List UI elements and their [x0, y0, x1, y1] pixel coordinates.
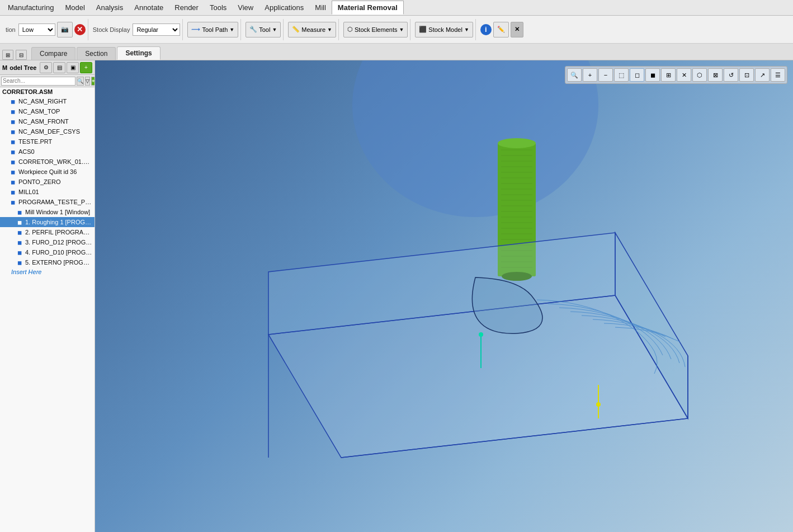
tree-item-label-10: PROGRAMA_TESTE_POS [MIL... — [18, 199, 92, 205]
camera-btn[interactable]: 📷 — [57, 22, 73, 37]
search-btn[interactable]: 🔍 — [77, 77, 84, 86]
tool-arrow: ▼ — [272, 27, 277, 32]
tool-path-btn[interactable]: ⟿ Tool Path ▼ — [187, 22, 238, 37]
panel-icon-1[interactable]: ⊞ — [2, 50, 13, 60]
tree-item-4[interactable]: ◼TESTE.PRT — [0, 136, 95, 147]
vt-zoom-box[interactable]: ⬚ — [614, 68, 629, 82]
tab-settings[interactable]: Settings — [117, 46, 160, 60]
vt-zoom-out[interactable]: − — [598, 68, 613, 82]
edit-btn[interactable]: ✏️ — [493, 22, 509, 37]
tree-item-icon-0: ◼ — [9, 97, 17, 105]
menu-view[interactable]: View — [232, 1, 259, 14]
vt-zoom-fit[interactable]: 🔍 — [567, 68, 582, 82]
scene-svg — [95, 60, 793, 532]
tree-item-0[interactable]: ◼NC_ASM_RIGHT — [0, 96, 95, 106]
tree-item-label-8: PONTO_ZERO — [18, 178, 61, 185]
info-icon[interactable]: i — [480, 24, 492, 35]
search-bar: 🔍 ▽ + — [0, 75, 95, 87]
tree-item-10[interactable]: ◼PROGRAMA_TESTE_POS [MIL... — [0, 197, 95, 207]
tree-item-11[interactable]: ◼Mill Window 1 [Window] — [0, 207, 95, 217]
model-tree-header: M odel Tree ⚙ ▤ ▣ + — [0, 60, 95, 75]
search-input[interactable] — [1, 77, 75, 86]
sphere-top — [352, 60, 598, 217]
stock-model-btn[interactable]: ⬛ Stock Model ▼ — [415, 22, 473, 37]
tree-item-12[interactable]: ◼1. Roughing 1 [PROGRAMA_TE... — [0, 217, 95, 227]
tool-label: Tool — [259, 26, 270, 33]
vt-view-measure[interactable]: ⊡ — [739, 68, 754, 82]
tree-collapse-btn[interactable]: ▣ — [67, 62, 79, 73]
tree-item-icon-15: ◼ — [16, 248, 23, 256]
model-tree-prefix: M — [2, 64, 7, 71]
vt-view-section[interactable]: ⬡ — [692, 68, 707, 82]
tree-item-5[interactable]: ◼ACS0 — [0, 147, 95, 157]
tree-item-label-2: NC_ASM_FRONT — [18, 118, 69, 125]
menu-mill[interactable]: Mill — [309, 1, 332, 14]
resolution-select[interactable]: Low Medium High — [18, 23, 55, 36]
tree-item-15[interactable]: ◼4. FURO_D10 [PROGRAMA_TE... — [0, 247, 95, 257]
tree-item-2[interactable]: ◼NC_ASM_FRONT — [0, 116, 95, 126]
stock-elements-group: ⬡ Stock Elements ▼ — [341, 19, 410, 40]
filter-btn[interactable]: ▽ — [85, 77, 90, 86]
tree-item-16[interactable]: ◼5. EXTERNO [PROGRAMA_TES... — [0, 257, 95, 267]
tree-item-label-9: MILL01 — [18, 189, 39, 195]
search-plus-btn[interactable]: + — [91, 77, 95, 86]
tree-plus-btn[interactable]: + — [80, 62, 92, 73]
vt-view-clip[interactable]: ⊠ — [708, 68, 723, 82]
menu-bar: Manufacturing Model Analysis Annotate Re… — [0, 0, 793, 16]
tree-item-1[interactable]: ◼NC_ASM_TOP — [0, 106, 95, 116]
tree-item-icon-8: ◼ — [9, 178, 17, 186]
vt-view-right[interactable]: ◼ — [645, 68, 660, 82]
measure-icon: 📏 — [292, 26, 300, 33]
tab-compare[interactable]: Compare — [31, 47, 75, 60]
close-btn[interactable]: ✕ — [511, 22, 523, 37]
tree-item-label-7: Workpiece Quilt id 36 — [18, 168, 77, 175]
tree-item-icon-13: ◼ — [16, 228, 23, 236]
insert-here[interactable]: Insert Here — [0, 267, 95, 276]
stock-elements-btn[interactable]: ⬡ Stock Elements ▼ — [343, 22, 408, 37]
menu-analysis[interactable]: Analysis — [91, 1, 129, 14]
menu-applications[interactable]: Applications — [259, 1, 309, 14]
tree-item-label-6: CORRETOR_WRK_01.PRT — [18, 158, 92, 165]
tree-item-8[interactable]: ◼PONTO_ZERO — [0, 177, 95, 187]
view-toolbar: 🔍 + − ⬚ ◻ ◼ ⊞ ✕ ⬡ ⊠ ↺ ⊡ ↗ ☰ — [565, 66, 787, 84]
vt-view-front[interactable]: ◻ — [630, 68, 644, 82]
menu-model[interactable]: Model — [59, 1, 90, 14]
tree-item-icon-4: ◼ — [9, 138, 17, 145]
tab-section[interactable]: Section — [77, 47, 116, 60]
menu-tools[interactable]: Tools — [204, 1, 232, 14]
stock-display-select[interactable]: Regular Transparent Hidden — [133, 23, 180, 36]
measure-btn[interactable]: 📏 Measure ▼ — [288, 22, 336, 37]
stock-display-label: Stock Display — [93, 26, 130, 33]
panel-icon-2[interactable]: ⊟ — [16, 50, 27, 60]
vt-view-arrow[interactable]: ↗ — [755, 68, 770, 82]
menu-annotate[interactable]: Annotate — [129, 1, 169, 14]
tree-item-icon-5: ◼ — [9, 148, 17, 156]
measure-arrow: ▼ — [327, 27, 332, 32]
vt-view-menu[interactable]: ☰ — [771, 68, 785, 82]
menu-material-removal[interactable]: Material Removal — [332, 1, 404, 15]
tree-item-14[interactable]: ◼3. FURO_D12 [PROGRAMA_TE... — [0, 237, 95, 247]
tree-item-6[interactable]: ◼CORRETOR_WRK_01.PRT — [0, 157, 95, 167]
tree-settings-btn[interactable]: ⚙ — [40, 62, 52, 73]
tree-item-7[interactable]: ◼Workpiece Quilt id 36 — [0, 167, 95, 177]
vt-view-reset[interactable]: ✕ — [677, 68, 691, 82]
tree-expand-btn[interactable]: ▤ — [53, 62, 65, 73]
vt-view-rotate[interactable]: ↺ — [724, 68, 738, 82]
stop-icon[interactable]: ✕ — [74, 24, 86, 35]
stock-elements-arrow: ▼ — [399, 27, 404, 32]
vt-view-iso[interactable]: ⊞ — [661, 68, 676, 82]
viewport[interactable]: 🔍 + − ⬚ ◻ ◼ ⊞ ✕ ⬡ ⊠ ↺ ⊡ ↗ ☰ — [95, 60, 793, 532]
vt-zoom-in[interactable]: + — [583, 68, 597, 82]
model-tree-label: odel Tree — [10, 64, 36, 71]
menu-render[interactable]: Render — [169, 1, 204, 14]
stock-elements-icon: ⬡ — [347, 26, 353, 33]
tool-btn[interactable]: 🔧 Tool ▼ — [246, 22, 281, 37]
menu-manufacturing[interactable]: Manufacturing — [2, 1, 59, 14]
tree-item-3[interactable]: ◼NC_ASM_DEF_CSYS — [0, 126, 95, 136]
tree-item-icon-14: ◼ — [16, 238, 23, 246]
main-toolbar: tion Low Medium High 📷 ✕ Stock Display R… — [0, 16, 793, 44]
tree-root[interactable]: CORRETOR.ASM — [0, 87, 95, 96]
tree-item-9[interactable]: ◼MILL01 — [0, 187, 95, 197]
tree-item-13[interactable]: ◼2. PERFIL [PROGRAMA_TESTE... — [0, 227, 95, 237]
action-icons-group: i ✏️ ✕ — [478, 19, 526, 40]
